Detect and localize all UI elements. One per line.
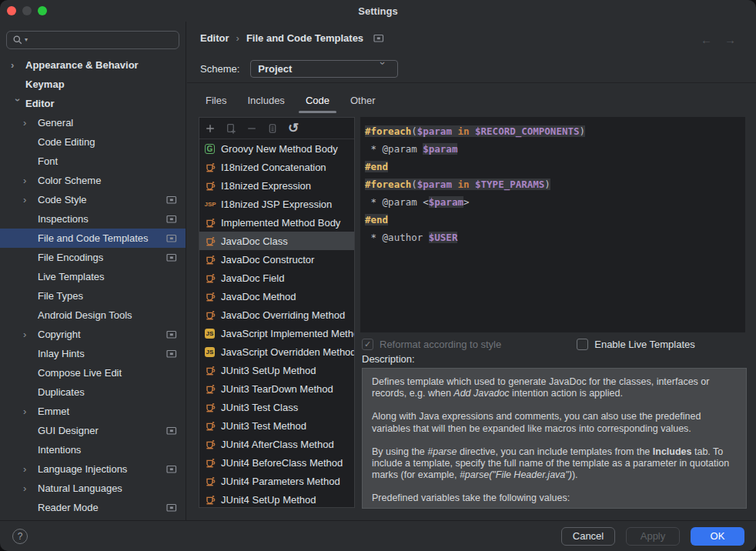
template-item-junit4-afterclass-method[interactable]: JUnit4 AfterClass Method (199, 435, 354, 453)
sidebar-item-label: Compose Live Edit (38, 367, 122, 379)
sidebar-item-label: Inspections (38, 213, 89, 225)
sidebar-item-file-types[interactable]: File Types (0, 286, 186, 306)
ok-button[interactable]: OK (691, 527, 744, 546)
sidebar-item-intentions[interactable]: Intentions (0, 440, 186, 459)
description-paragraph: Defines template which used to generate … (372, 376, 737, 399)
java-file-icon (204, 179, 216, 192)
template-item-javadoc-field[interactable]: JavaDoc Field (199, 269, 354, 287)
close-window-icon[interactable] (7, 6, 16, 15)
code-line: #foreach($param in $TYPE_PARAMS) (365, 175, 745, 193)
sidebar-item-font[interactable]: Font (0, 152, 186, 171)
template-item-junit3-teardown-method[interactable]: JUnit3 TearDown Method (199, 379, 354, 398)
sidebar-item-appearance-behavior[interactable]: ›Appearance & Behavior (0, 55, 186, 75)
sidebar-item-copyright[interactable]: ›Copyright (0, 325, 186, 344)
tab-code[interactable]: Code (306, 83, 329, 117)
checkbox-unchecked-icon[interactable] (577, 339, 588, 350)
sidebar-item-file-and-code-templates[interactable]: File and Code Templates (0, 229, 186, 248)
sidebar-item-code-style[interactable]: ›Code Style (0, 190, 186, 209)
template-item-label: I18nized JSP Expression (221, 199, 332, 210)
copy-template-icon[interactable] (266, 122, 279, 135)
sidebar-item-code-editing[interactable]: Code Editing (0, 132, 186, 152)
sidebar-item-keymap[interactable]: Keymap (0, 75, 186, 94)
chevron-right-icon[interactable]: › (23, 194, 38, 205)
sidebar-item-android-design-tools[interactable]: Android Design Tools (0, 306, 186, 325)
java-file-icon (204, 382, 216, 395)
template-item-label: JUnit3 Test Class (221, 402, 298, 413)
sidebar-item-live-templates[interactable]: Live Templates (0, 267, 186, 286)
template-editor[interactable]: #foreach($param in $RECORD_COMPONENTS) *… (360, 117, 745, 332)
breadcrumb-page: File and Code Templates (246, 32, 363, 44)
remove-template-icon[interactable] (245, 122, 259, 135)
forward-arrow-icon[interactable]: → (724, 33, 736, 46)
monitor-icon (166, 426, 177, 436)
template-item-javadoc-method[interactable]: JavaDoc Method (199, 287, 354, 306)
java-file-icon (204, 456, 216, 469)
bottom-bar: ? Cancel Apply OK (0, 520, 756, 551)
java-file-icon (204, 235, 216, 247)
create-from-template-icon[interactable] (224, 122, 238, 135)
sidebar-item-inlay-hints[interactable]: Inlay Hints (0, 344, 186, 363)
template-item-groovy-new-method-body[interactable]: GGroovy New Method Body (199, 139, 354, 158)
add-template-icon[interactable] (203, 122, 217, 135)
template-item-javascript-overridden-method[interactable]: JSJavaScript Overridden Method (199, 342, 354, 361)
back-arrow-icon[interactable]: ← (701, 33, 712, 46)
template-item-junit4-parameters-method[interactable]: JUnit4 Parameters Method (199, 472, 354, 490)
template-item-javadoc-class[interactable]: JavaDoc Class (199, 232, 354, 250)
revert-template-icon[interactable]: ↺ (286, 122, 300, 135)
template-item-junit4-setup-method[interactable]: JUnit4 SetUp Method (199, 490, 354, 508)
tab-includes[interactable]: Includes (247, 83, 284, 117)
sidebar-item-file-encodings[interactable]: File Encodings (0, 248, 186, 267)
search-icon (12, 35, 23, 45)
scheme-select[interactable]: Project › (250, 60, 398, 78)
chevron-down-icon: › (377, 62, 389, 76)
sidebar-item-label: File Encodings (38, 252, 103, 263)
template-item-junit3-setup-method[interactable]: JUnit3 SetUp Method (199, 361, 354, 379)
template-item-javadoc-overriding-method[interactable]: JavaDoc Overriding Method (199, 306, 354, 324)
template-item-i18nized-jsp-expression[interactable]: JSPI18nized JSP Expression (199, 195, 354, 213)
sidebar-item-reader-mode[interactable]: Reader Mode (0, 498, 186, 517)
chevron-right-icon[interactable]: › (23, 406, 38, 417)
sidebar-item-label: Reader Mode (38, 502, 99, 513)
tab-files[interactable]: Files (206, 83, 226, 117)
chevron-down-icon[interactable]: › (12, 99, 24, 113)
sidebar-item-compose-live-edit[interactable]: Compose Live Edit (0, 363, 186, 382)
settings-content: Editor › File and Code Templates ← → Sch… (187, 22, 756, 520)
cancel-button[interactable]: Cancel (561, 527, 615, 546)
template-item-junit4-beforeclass-method[interactable]: JUnit4 BeforeClass Method (199, 453, 354, 472)
breadcrumb-editor[interactable]: Editor (200, 32, 229, 44)
chevron-right-icon[interactable]: › (23, 483, 38, 494)
sidebar-item-label: Inlay Hints (38, 348, 85, 359)
sidebar-item-duplicates[interactable]: Duplicates (0, 382, 186, 402)
chevron-right-icon[interactable]: › (23, 117, 38, 129)
chevron-right-icon[interactable]: › (23, 329, 38, 340)
template-item-javadoc-constructor[interactable]: JavaDoc Constructor (199, 250, 354, 269)
sidebar-item-gui-designer[interactable]: GUI Designer (0, 421, 186, 440)
sidebar-item-emmet[interactable]: ›Emmet (0, 402, 186, 421)
java-file-icon (204, 272, 216, 284)
settings-sidebar: ▾ ›Appearance & BehaviorKeymap›Editor›Ge… (0, 22, 186, 520)
sidebar-item-language-injections[interactable]: ›Language Injections (0, 459, 186, 479)
sidebar-item-natural-languages[interactable]: ›Natural Languages (0, 479, 186, 498)
template-item-javascript-implemented-method[interactable]: JSJavaScript Implemented Method (199, 324, 354, 342)
breadcrumb-separator-icon: › (236, 32, 239, 44)
template-item-junit3-test-class[interactable]: JUnit3 Test Class (199, 398, 354, 416)
sidebar-item-color-scheme[interactable]: ›Color Scheme (0, 171, 186, 190)
enable-live-templates-checkbox[interactable]: Enable Live Templates (577, 339, 695, 350)
help-button[interactable]: ? (12, 529, 28, 544)
sidebar-item-label: Emmet (38, 406, 69, 417)
chevron-right-icon[interactable]: › (23, 463, 38, 475)
sidebar-item-editor[interactable]: ›Editor (0, 94, 186, 113)
zoom-window-icon[interactable] (38, 6, 47, 15)
chevron-right-icon[interactable]: › (23, 175, 38, 186)
template-item-junit3-test-method[interactable]: JUnit3 Test Method (199, 416, 354, 435)
template-item-label: JUnit3 TearDown Method (221, 383, 333, 395)
template-item-i18nized-concatenation[interactable]: I18nized Concatenation (199, 158, 354, 176)
sidebar-item-inspections[interactable]: Inspections (0, 209, 186, 229)
search-input[interactable]: ▾ (6, 31, 179, 49)
chevron-right-icon[interactable]: › (11, 59, 25, 71)
template-item-implemented-method-body[interactable]: Implemented Method Body (199, 213, 354, 232)
template-item-i18nized-expression[interactable]: I18nized Expression (199, 176, 354, 195)
sidebar-item-general[interactable]: ›General (0, 113, 186, 132)
settings-tree: ›Appearance & BehaviorKeymap›Editor›Gene… (0, 55, 186, 517)
tab-other[interactable]: Other (350, 83, 376, 117)
